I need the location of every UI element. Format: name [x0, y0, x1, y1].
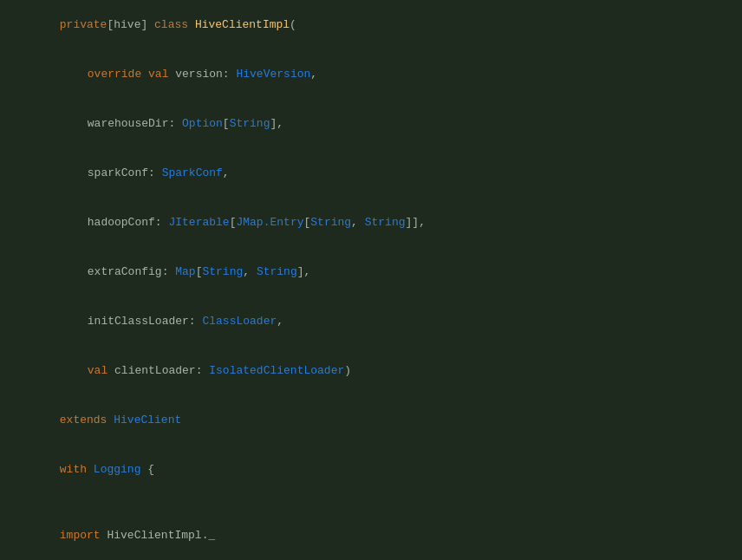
line-content: initClassLoader: ClassLoader, [12, 296, 742, 346]
code-token: , [243, 265, 257, 278]
line-content: with Logging { [12, 445, 742, 494]
code-token: sparkConf: [88, 166, 162, 179]
code-token: ]], [406, 216, 426, 229]
type-name: String [230, 117, 270, 130]
code-token: HiveClientImpl._ [107, 529, 215, 542]
keyword: class [154, 18, 195, 31]
type-name: String [257, 265, 297, 278]
code-token: [ [223, 117, 230, 130]
line-content: private[hive] class HiveClientImpl( [12, 0, 742, 49]
class-name: HiveClientImpl [195, 18, 290, 31]
line-content: val clientLoader: IsolatedClientLoader) [12, 346, 742, 395]
code-token: extraConfig: [88, 265, 175, 278]
type-name: HiveClient [114, 413, 181, 427]
type-name: Map [175, 265, 195, 278]
code-line: override val version: HiveVersion, [0, 49, 742, 99]
code-line: with Logging { [0, 445, 742, 494]
code-token: , [351, 216, 365, 229]
code-token: version: [175, 68, 236, 81]
code-token: warehouseDir: [88, 117, 182, 130]
type-name: JIterable [168, 216, 229, 229]
code-token: hadoopConf: [88, 216, 169, 229]
line-content: extraConfig: Map[String, String], [12, 247, 742, 296]
keyword: override [88, 68, 148, 81]
line-content: hadoopConf: JIterable[JMap.Entry[String,… [12, 198, 742, 247]
code-token: , [277, 315, 283, 328]
code-token: initClassLoader: [88, 315, 203, 328]
line-content: extends HiveClient [12, 395, 742, 445]
code-token: clientLoader: [114, 364, 209, 377]
code-line: sparkConf: SparkConf, [0, 148, 742, 198]
type-name: Option [182, 117, 223, 130]
type-name: JMap.Entry [236, 216, 303, 229]
code-line: private[hive] class HiveClientImpl( [0, 0, 742, 49]
code-line: initClassLoader: ClassLoader, [0, 296, 742, 346]
code-line: hadoopConf: JIterable[JMap.Entry[String,… [0, 198, 742, 247]
code-token: ], [297, 265, 311, 278]
code-line: extends HiveClient [0, 395, 742, 445]
type-name: SparkConf [162, 166, 223, 179]
code-token: ) [344, 364, 351, 377]
code-line: val clientLoader: IsolatedClientLoader) [0, 346, 742, 395]
line-content: import HiveClientImpl._ [12, 511, 742, 560]
code-token: , [223, 166, 230, 179]
code-line: extraConfig: Map[String, String], [0, 247, 742, 296]
line-content: sparkConf: SparkConf, [12, 148, 742, 198]
keyword: val [88, 364, 114, 377]
line-content [12, 494, 742, 511]
code-line: import HiveClientImpl._ [0, 511, 742, 560]
keyword: import [60, 529, 107, 542]
type-name: String [365, 216, 406, 229]
code-token: ( [290, 18, 296, 31]
code-token: ] [140, 18, 154, 31]
line-content: warehouseDir: Option[String], [12, 99, 742, 148]
code-token: { [147, 463, 154, 476]
code-token: ], [270, 117, 283, 130]
keyword: val [148, 68, 175, 81]
keyword: extends [60, 413, 114, 427]
type-name: String [202, 265, 243, 278]
type-name: ClassLoader [202, 315, 277, 328]
code-token: hive [114, 18, 140, 31]
code-editor: private[hive] class HiveClientImpl( over… [0, 0, 742, 560]
type-name: HiveVersion [236, 68, 310, 81]
code-line: warehouseDir: Option[String], [0, 99, 742, 148]
code-line [0, 494, 742, 511]
type-name: IsolatedClientLoader [209, 364, 344, 377]
keyword: private [60, 18, 107, 31]
line-content: override val version: HiveVersion, [12, 49, 742, 99]
code-token: , [310, 68, 317, 81]
type-name: Logging [94, 463, 147, 476]
keyword: with [60, 463, 94, 476]
type-name: String [310, 216, 351, 229]
